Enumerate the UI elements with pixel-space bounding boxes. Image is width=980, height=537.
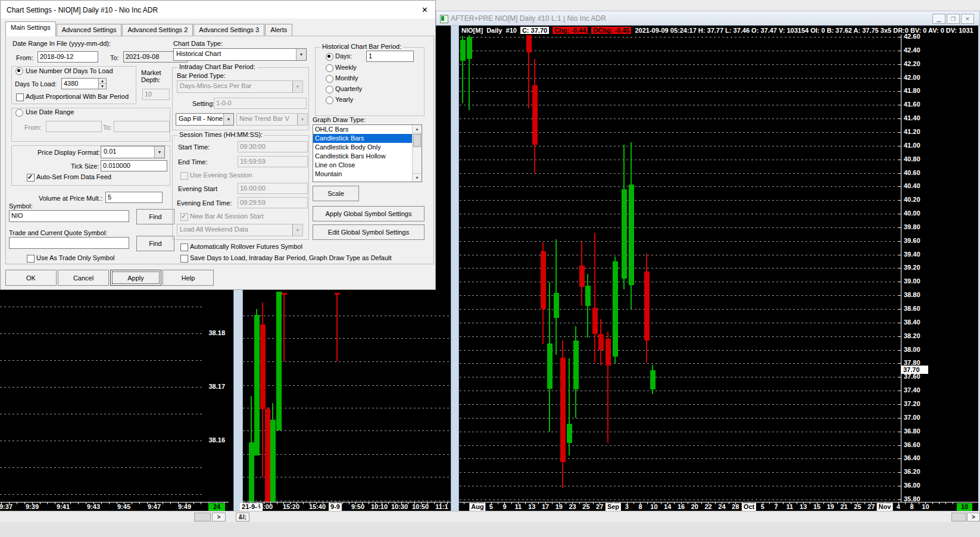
chevron-down-icon[interactable]: ▼	[154, 146, 164, 158]
days-to-load-label: Days To Load:	[15, 80, 57, 88]
new-trend-bar-value: New Trend Bar V	[239, 115, 297, 122]
gap-fill-value: Gap Fill - None	[179, 115, 223, 122]
price-format-combo[interactable]: 0.01▼	[101, 146, 165, 158]
tab-advanced-settings-3[interactable]: Advanced Settings 3	[193, 24, 264, 36]
chart-data-type-combo[interactable]: Historical Chart▼	[173, 48, 307, 61]
tick-size-input[interactable]: 0.010000	[101, 160, 167, 171]
list-item-candlestick-bars-hollow[interactable]: Candlestick Bars Hollow	[313, 152, 413, 161]
scale-button[interactable]: Scale	[313, 186, 359, 201]
panel1-scroll-thumb[interactable]	[194, 513, 211, 522]
main-scroll-right-icon[interactable]: >	[967, 513, 980, 522]
volume-mult-input[interactable]: 5	[105, 192, 163, 203]
gap-fill-combo[interactable]: Gap Fill - None▼	[176, 113, 234, 126]
period-quarterly-label: Quarterly	[335, 85, 362, 92]
edit-global-settings-button[interactable]: Edit Global Symbol Settings	[313, 224, 425, 240]
chart-window-icon	[440, 15, 448, 23]
panel1-scroll-right-icon[interactable]: >	[212, 513, 226, 522]
trade-only-checkbox[interactable]	[27, 255, 35, 263]
graph-draw-type-listbox[interactable]: OHLC Bars Candlestick Bars Candlestick B…	[313, 124, 422, 182]
list-item-candlestick-body-only[interactable]: Candlestick Body Only	[313, 143, 413, 152]
list-item-ohlc-bars[interactable]: OHLC Bars	[313, 125, 413, 134]
chevron-down-icon: ▼	[292, 224, 302, 236]
date-range-label: Date Range In File (yyyy-mm-dd):	[13, 40, 111, 47]
tab-advanced-settings[interactable]: Advanced Settings	[57, 24, 122, 36]
use-evening-checkbox[interactable]	[180, 172, 188, 180]
to-label: To:	[110, 54, 119, 61]
period-days-input[interactable]: 1	[366, 51, 414, 62]
spinner-down-icon[interactable]: ▼	[99, 84, 106, 89]
evening-start-input[interactable]: 16:00:00	[238, 183, 308, 194]
range-from-label: From:	[24, 124, 42, 131]
panel2-hscrollbar[interactable]: &l;	[233, 511, 451, 523]
main-chart-titlebar[interactable]: AFTER+PRE NIO[M] Daily #10 L:1 | Nio Inc…	[436, 11, 980, 26]
apply-global-settings-button[interactable]: Apply Global Symbol Settings	[313, 206, 425, 221]
adjust-proportional-checkbox[interactable]	[16, 93, 24, 101]
ok-button[interactable]: OK	[5, 270, 57, 286]
new-bar-checkbox[interactable]	[180, 213, 188, 221]
scroll-down-icon[interactable]: ▼	[413, 173, 422, 182]
use-date-range-radio[interactable]	[15, 109, 23, 117]
symbol-find-button[interactable]: Find	[136, 209, 174, 224]
dialog-titlebar[interactable]: Chart Settings - NIO[M] Daily #10 - Nio …	[1, 1, 435, 18]
period-weekly-radio[interactable]	[326, 64, 333, 72]
setting-input[interactable]: 1-0-0	[214, 98, 307, 109]
main-chart-left-strip[interactable]	[451, 26, 459, 511]
end-time-input[interactable]: 15:59:59	[238, 156, 308, 167]
trade-symbol-label: Trade and Current Quote Symbol:	[9, 229, 107, 236]
info-symbol: NIO[M] Daily #10	[461, 27, 517, 34]
period-quarterly-radio[interactable]	[326, 86, 333, 93]
bar-period-type-combo[interactable]: Days-Mins-Secs Per Bar▼	[177, 80, 303, 93]
help-button[interactable]: Help	[163, 270, 214, 286]
listbox-scroll-thumb[interactable]	[413, 134, 421, 147]
trade-symbol-input[interactable]	[9, 237, 129, 249]
dialog-close-icon[interactable]: ✕	[422, 5, 428, 14]
chart-settings-dialog: Chart Settings - NIO[M] Daily #10 - Nio …	[0, 0, 436, 290]
period-days-radio[interactable]	[326, 53, 333, 61]
restore-button[interactable]: ❐	[947, 14, 960, 24]
chart-icon-inner	[441, 16, 444, 21]
evening-end-input[interactable]: 09:29:59	[238, 197, 308, 208]
period-yearly-radio[interactable]	[326, 96, 333, 104]
start-time-input[interactable]: 09:30:00	[238, 141, 308, 152]
market-depth-input[interactable]: 10	[142, 89, 170, 100]
dialog-title: Chart Settings - NIO[M] Daily #10 - Nio …	[7, 6, 158, 14]
use-days-radio[interactable]	[15, 67, 23, 75]
list-item-mountain[interactable]: Mountain	[313, 170, 413, 179]
tab-main-settings[interactable]: Main Settings	[5, 21, 56, 36]
autoset-checkbox[interactable]	[27, 174, 35, 182]
scroll-up-icon[interactable]: ▲	[413, 125, 422, 133]
trade-find-button[interactable]: Find	[136, 236, 174, 251]
days-to-load-input[interactable]: 4380	[61, 78, 102, 89]
use-evening-label: Use Evening Session	[190, 171, 252, 179]
save-default-checkbox[interactable]	[180, 255, 188, 263]
rollover-label: Automatically Rollover Futures Symbol	[190, 243, 302, 250]
main-scroll-thumb[interactable]	[951, 513, 966, 522]
range-from-input[interactable]	[46, 121, 102, 132]
list-item-candlestick-bars[interactable]: Candlestick Bars	[313, 134, 413, 143]
minimize-button[interactable]: ▁	[932, 14, 945, 24]
close-window-icon[interactable]: ✕	[961, 14, 974, 24]
from-date-input[interactable]: 2018-09-12	[38, 51, 98, 63]
period-monthly-radio[interactable]	[326, 75, 333, 83]
panel1-hscrollbar[interactable]: >	[0, 511, 233, 523]
apply-button[interactable]: Apply	[110, 270, 161, 286]
main-chart-hscrollbar[interactable]: >	[451, 511, 980, 523]
range-to-input[interactable]	[114, 121, 170, 132]
cancel-button[interactable]: Cancel	[58, 270, 109, 286]
rollover-checkbox[interactable]	[180, 243, 188, 251]
info-change: Chg: -0.44	[553, 27, 588, 34]
panel2-scroll-left-icon[interactable]: &l;	[236, 513, 249, 522]
days-spinner[interactable]: ▲ ▼	[98, 78, 107, 89]
from-label: From:	[16, 54, 33, 61]
weekend-data-combo[interactable]: Load All Weekend Data▼	[177, 224, 303, 236]
symbol-input[interactable]: NIO	[9, 210, 129, 222]
tab-advanced-settings-2[interactable]: Advanced Settings 2	[122, 24, 193, 36]
list-item-line-on-close[interactable]: Line on Close	[313, 161, 413, 170]
info-ohlc-stats: 2021-09-09 05:24:17 H: 37.77 L: 37.46 O:…	[635, 27, 973, 34]
chevron-down-icon[interactable]: ▼	[223, 114, 233, 125]
tab-alerts[interactable]: Alerts	[265, 24, 292, 36]
new-trend-bar-combo[interactable]: New Trend Bar V▼	[236, 113, 308, 126]
listbox-scrollbar[interactable]: ▲ ▼	[412, 125, 422, 182]
spinner-up-icon[interactable]: ▲	[99, 79, 106, 84]
chevron-down-icon[interactable]: ▼	[296, 49, 306, 60]
